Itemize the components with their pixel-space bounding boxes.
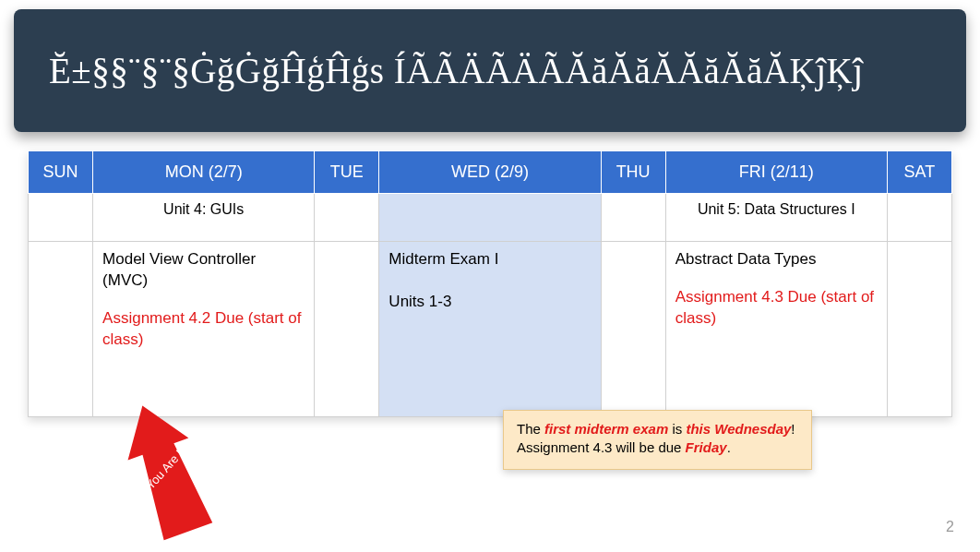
arrow-label: You Are Here <box>143 430 201 492</box>
cell-tue-content <box>315 242 379 417</box>
cell-sun-unit <box>29 194 93 242</box>
mon-topic: Model View Controller (MVC) <box>102 250 256 289</box>
cell-sun-content <box>29 242 93 417</box>
wed-line2: Units 1-3 <box>388 293 451 310</box>
content-row: Model View Controller (MVC) Assignment 4… <box>29 242 952 417</box>
note-em-third: Friday <box>686 439 727 455</box>
cell-wed-unit <box>379 194 601 242</box>
day-header-sun: SUN <box>29 151 93 194</box>
cell-wed-content: Midterm Exam I Units 1-3 <box>379 242 601 417</box>
slide-title: Ĕ±§§¨§¨§ĠğĠğĤģĤģs ÍÃÃÄÃÄÃĂăĂăĂĂăĂăĂĶĵĶĵ <box>49 50 864 91</box>
fri-assignment: Assignment 4.3 Due (start of class) <box>675 287 878 330</box>
cell-thu-content <box>601 242 665 417</box>
note-text-mid1: is <box>668 421 686 437</box>
note-text-pre: The <box>517 421 544 437</box>
cell-fri-content: Abstract Data Types Assignment 4.3 Due (… <box>665 242 887 417</box>
day-header-wed: WED (2/9) <box>379 151 601 194</box>
day-header-sat: SAT <box>887 151 951 194</box>
note-em-first: first midterm exam <box>544 421 668 437</box>
cell-sat-content <box>887 242 951 417</box>
weekly-calendar: SUN MON (2/7) TUE WED (2/9) THU FRI (2/1… <box>28 150 952 417</box>
cell-mon-content: Model View Controller (MVC) Assignment 4… <box>93 242 315 417</box>
day-header-fri: FRI (2/11) <box>665 151 887 194</box>
cell-tue-unit <box>315 194 379 242</box>
day-header-tue: TUE <box>315 151 379 194</box>
fri-topic: Abstract Data Types <box>675 250 817 268</box>
you-are-here-arrow: You Are Here <box>111 397 221 545</box>
arrow-icon <box>111 397 221 545</box>
wed-line1: Midterm Exam I <box>388 250 498 268</box>
note-text-post: . <box>727 439 731 455</box>
reminder-note: The first midterm exam is this Wednesday… <box>503 410 812 470</box>
cell-sat-unit <box>887 194 951 242</box>
day-header-thu: THU <box>601 151 665 194</box>
cell-mon-unit: Unit 4: GUIs <box>93 194 315 242</box>
calendar-header-row: SUN MON (2/7) TUE WED (2/9) THU FRI (2/1… <box>29 151 952 194</box>
cell-thu-unit <box>601 194 665 242</box>
day-header-mon: MON (2/7) <box>93 151 315 194</box>
cell-fri-unit: Unit 5: Data Structures I <box>665 194 887 242</box>
note-em-second: this Wednesday <box>686 421 791 437</box>
page-number: 2 <box>946 519 954 535</box>
unit-row: Unit 4: GUIs Unit 5: Data Structures I <box>29 194 952 242</box>
slide-header: Ĕ±§§¨§¨§ĠğĠğĤģĤģs ÍÃÃÄÃÄÃĂăĂăĂĂăĂăĂĶĵĶĵ <box>14 9 966 132</box>
svg-marker-0 <box>112 397 218 543</box>
mon-assignment: Assignment 4.2 Due (start of class) <box>102 308 305 351</box>
